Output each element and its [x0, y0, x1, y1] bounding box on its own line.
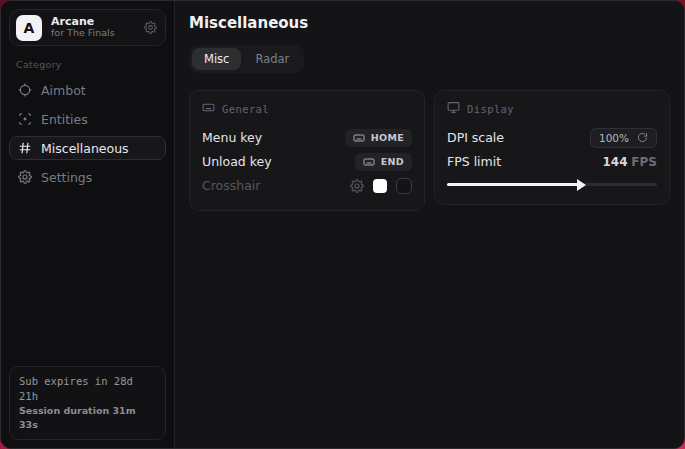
category-label: Category	[16, 59, 166, 70]
sidebar-item-label: Settings	[41, 170, 92, 185]
gear-icon	[17, 170, 32, 184]
sidebar-item-miscellaneous[interactable]: Miscellaneous	[9, 136, 166, 160]
dpi-scale-row: DPI scale 100%	[447, 126, 657, 149]
crosshair-row: Crosshair	[202, 174, 412, 197]
account-gear-icon[interactable]	[144, 21, 157, 34]
sidebar-item-label: Entities	[41, 112, 88, 127]
account-subtitle: for The Finals	[51, 28, 135, 39]
slider-fill	[447, 183, 579, 186]
account-card[interactable]: A Arcane for The Finals	[9, 9, 166, 46]
menu-key-label: Menu key	[202, 130, 262, 145]
fps-limit-slider[interactable]	[447, 177, 657, 191]
general-card-header: General	[202, 101, 412, 116]
refresh-icon	[637, 132, 648, 143]
fps-unit: FPS	[631, 155, 657, 169]
sidebar-item-label: Aimbot	[41, 83, 86, 98]
general-card-title: General	[222, 103, 269, 115]
fps-limit-value: 144 FPS	[602, 155, 657, 169]
menu-key-value: HOME	[371, 132, 404, 143]
monitor-icon	[447, 101, 460, 116]
display-card-title: Display	[467, 103, 514, 115]
crosshair-settings-gear-icon[interactable]	[350, 179, 364, 193]
page-title: Miscellaneous	[189, 14, 670, 32]
crosshair-checkbox[interactable]	[396, 178, 412, 194]
settings-cards: General Menu key HOME Unload key END	[189, 90, 670, 211]
keyboard-icon	[202, 101, 215, 116]
main-panel: Miscellaneous Misc Radar General Menu ke…	[175, 1, 685, 448]
display-card-header: Display	[447, 101, 657, 116]
sidebar-item-settings[interactable]: Settings	[9, 165, 166, 189]
keyboard-icon	[353, 132, 365, 144]
crosshair-icon	[17, 83, 32, 97]
fps-limit-row: FPS limit 144 FPS	[447, 150, 657, 173]
slider-thumb[interactable]	[577, 179, 586, 191]
display-card: Display DPI scale 100% FPS limit 144 FPS	[434, 90, 670, 205]
dpi-scale-value: 100%	[599, 132, 629, 144]
sidebar-item-label: Miscellaneous	[41, 141, 129, 156]
unload-key-value: END	[381, 156, 404, 167]
tab-radar[interactable]: Radar	[243, 48, 301, 70]
sidebar-item-entities[interactable]: Entities	[9, 107, 166, 131]
app-window: A Arcane for The Finals Category Aimbot	[0, 0, 685, 449]
keyboard-icon	[363, 156, 375, 168]
sub-expires-text: Sub expires in 28d 21h	[19, 374, 156, 404]
session-duration-text: Session duration 31m 33s	[19, 404, 156, 432]
crosshair-color-swatch[interactable]	[373, 179, 387, 193]
crosshair-label: Crosshair	[202, 178, 260, 193]
subscription-box: Sub expires in 28d 21h Session duration …	[9, 366, 166, 440]
dpi-scale-label: DPI scale	[447, 130, 504, 145]
account-meta: Arcane for The Finals	[51, 16, 135, 40]
fps-limit-label: FPS limit	[447, 154, 501, 169]
unload-key-button[interactable]: END	[355, 153, 412, 171]
unload-key-row: Unload key END	[202, 150, 412, 173]
crosshair-controls	[350, 178, 412, 194]
scan-icon	[17, 112, 32, 126]
fps-number: 144	[602, 155, 627, 169]
dpi-scale-select[interactable]: 100%	[590, 128, 657, 148]
general-card: General Menu key HOME Unload key END	[189, 90, 425, 211]
tab-bar: Misc Radar	[189, 45, 304, 73]
grip-grid-icon	[17, 141, 32, 155]
unload-key-label: Unload key	[202, 154, 272, 169]
menu-key-row: Menu key HOME	[202, 126, 412, 149]
category-nav: Aimbot Entities Miscellaneous Settings	[9, 78, 166, 189]
menu-key-button[interactable]: HOME	[345, 129, 412, 147]
tab-misc[interactable]: Misc	[192, 48, 241, 70]
sidebar-item-aimbot[interactable]: Aimbot	[9, 78, 166, 102]
app-logo: A	[16, 15, 42, 41]
sidebar: A Arcane for The Finals Category Aimbot	[1, 1, 175, 448]
